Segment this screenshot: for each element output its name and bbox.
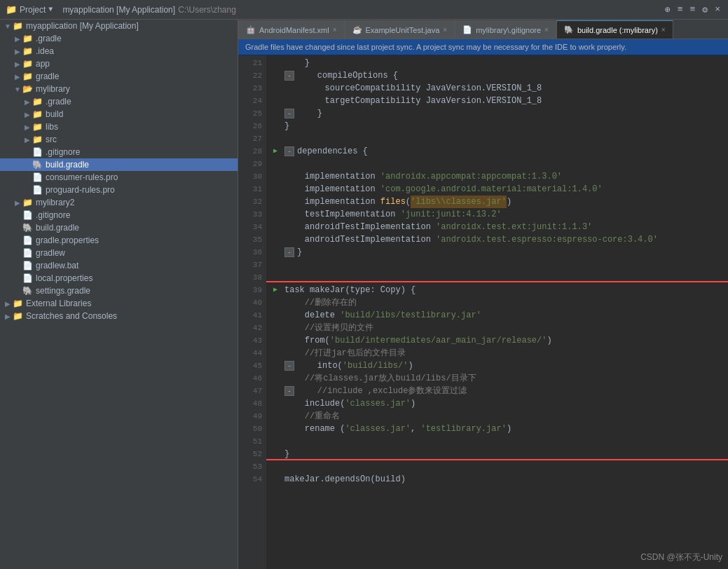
tab-build-gradle[interactable]: 🐘build.gradle (:mylibrary)× [556,20,673,39]
tree-label-gradle: gradle [36,71,59,81]
sidebar-item-mylibrary-src[interactable]: ▶ 📁 src [0,133,238,146]
tab-label: ExampleUnitTest.java [366,26,440,34]
fold-btn-45[interactable]: - [284,361,294,371]
sidebar-item-build-gradle-file[interactable]: 🐘 build.gradle [0,158,238,171]
code-line-33: testImplementation 'junit:junit:4.13.2' [273,208,728,221]
token [284,322,305,334]
fold-arrow-39[interactable]: ▶ [273,284,284,296]
tree-icon-consumer-rules: 📄 [32,172,43,182]
sidebar-item-mylibrary-gradle[interactable]: ▶ 📁 .gradle [0,95,238,108]
fold-arrow-28[interactable]: ▶ [273,145,284,158]
code-line-34: androidTestImplementation 'androidx.test… [273,221,728,233]
line-num-35: 35 [238,233,262,246]
sidebar-item-proguard-rules[interactable]: 📄 proguard-rules.pro [0,184,238,196]
token: 'androidx.test.ext:junit:1.1.3' [436,221,592,233]
sidebar-item-gradlew-bat[interactable]: 📄 gradlew.bat [0,259,238,272]
code-line-52: } [273,448,728,460]
tab-example-unit-test[interactable]: ☕ExampleUnitTest.java× [345,20,455,39]
token: , [411,423,420,435]
line-num-33: 33 [238,208,262,221]
sidebar-item-gradle-properties[interactable]: 📄 gradle.properties [0,234,238,247]
token [284,372,305,385]
project-path: C:\Users\zhang [178,5,236,15]
tree-label-gradle-properties: gradle.properties [36,235,99,245]
tabs-bar: 🤖AndroidManifest.xml×☕ExampleUnitTest.ja… [238,20,728,39]
tab-close[interactable]: × [333,26,337,34]
sidebar-item-myapplication[interactable]: ▼ 📁 myapplication [My Application] [0,20,238,32]
tab-close[interactable]: × [661,26,666,34]
sidebar-item-mylibrary-build[interactable]: ▶ 📁 build [0,108,238,121]
title-bar-left: 📁 Project ▼ myapplication [My Applicatio… [6,4,659,15]
token: rename ( [284,423,345,435]
tab-icon: 🤖 [246,25,256,34]
project-label[interactable]: Project [20,5,46,15]
sidebar-item-mylibrary[interactable]: ▼ 📂 mylibrary [0,83,238,95]
sidebar-item-mylibrary2[interactable]: ▶ 📁 mylibrary2 [0,196,238,209]
sidebar-item-idea[interactable]: ▶ 📁 .idea [0,45,238,57]
tree-arrow-myapplication: ▼ [3,22,13,30]
project-dropdown-icon[interactable]: ▼ [48,6,53,13]
sidebar-item-mylibrary-libs[interactable]: ▶ 📁 libs [0,121,238,133]
sidebar-item-gitignore-root[interactable]: 📄 .gitignore [0,209,238,221]
list-icon[interactable]: ≡ [675,3,685,17]
tab-icon: 🐘 [564,25,574,34]
fold-btn-28[interactable]: - [284,146,294,156]
code-editor[interactable]: 2122232425262728293031323334353637383940… [238,55,728,569]
sidebar-item-gradle-root[interactable]: ▶ 📁 .gradle [0,32,238,45]
sidebar-item-consumer-rules[interactable]: 📄 consumer-rules.pro [0,171,238,184]
tabs-container: 🤖AndroidManifest.xml×☕ExampleUnitTest.ja… [238,20,673,39]
line-num-34: 34 [238,221,262,233]
fold-btn-47[interactable]: - [284,386,294,396]
sidebar-item-local-properties[interactable]: 📄 local.properties [0,272,238,284]
code-line-23: sourceCompatibility JavaVersion.VERSION_… [273,82,728,95]
token: from( [284,334,330,347]
token: androidTestImplementation [284,233,436,246]
tab-label: build.gradle (:mylibrary) [577,26,658,34]
tree-label-mylibrary-gitignore: .gitignore [46,147,80,157]
tree-label-consumer-rules: consumer-rules.pro [46,172,118,182]
line-num-47: 47 [238,385,262,397]
sidebar-item-gradle[interactable]: ▶ 📁 gradle [0,70,238,83]
line-numbers: 2122232425262728293031323334353637383940… [238,55,266,569]
fold-btn-36[interactable]: - [284,247,294,257]
tree-arrow-gradle: ▶ [13,73,22,81]
line-num-53: 53 [238,460,262,473]
fold-btn-22[interactable]: - [284,71,294,81]
tab-label: mylibrary\.gitignore [476,26,541,34]
tree-label-gradlew-bat: gradlew.bat [36,261,78,270]
tab-gitignore[interactable]: 📄mylibrary\.gitignore× [455,20,556,39]
code-line-48: include('classes.jar') [273,397,728,410]
token [284,410,305,423]
sidebar-item-app[interactable]: ▶ 📁 app [0,57,238,70]
sidebar-item-mylibrary-gitignore[interactable]: 📄 .gitignore [0,146,238,158]
sidebar-item-build-gradle-root[interactable]: 🐘 build.gradle [0,221,238,234]
token: } [284,57,310,69]
close-icon[interactable]: × [713,3,722,17]
code-line-22: - compileOptions { [273,69,728,82]
title-bar-icons: ⊕ ≡ ≡ ⚙ × [663,3,722,17]
settings-icon[interactable]: ⚙ [700,3,710,17]
tab-close[interactable]: × [443,26,447,34]
sidebar-item-gradlew[interactable]: 📄 gradlew [0,247,238,259]
tree-icon-app: 📁 [22,59,33,69]
sidebar-item-settings-gradle[interactable]: 🐘 settings.gradle [0,284,238,297]
tree-label-external-libraries: External Libraries [26,299,91,308]
token: //include ,exclude参数来设置过滤 [317,385,467,397]
sidebar-item-scratches[interactable]: ▶ 📁 Scratches and Consoles [0,310,238,322]
tree-icon-mylibrary-gitignore: 📄 [32,147,43,157]
tree-arrow-scratches: ▶ [3,313,13,320]
tree-arrow-app: ▶ [13,60,22,68]
code-line-31: implementation 'com.google.android.mater… [273,183,728,196]
sidebar-item-external-libraries[interactable]: ▶ 📁 External Libraries [0,297,238,310]
code-content[interactable]: }- compileOptions { sourceCompatibility … [266,55,728,569]
token: 'classes.jar' [345,423,411,435]
tree-icon-gradlew-bat: 📄 [22,261,33,270]
tab-android-manifest[interactable]: 🤖AndroidManifest.xml× [238,20,345,39]
code-line-35: androidTestImplementation 'androidx.test… [273,233,728,246]
list2-icon[interactable]: ≡ [688,3,698,17]
fold-btn-25[interactable]: - [284,109,294,118]
tab-close[interactable]: × [544,26,549,34]
new-icon[interactable]: ⊕ [663,3,673,17]
tree-label-proguard-rules: proguard-rules.pro [46,185,115,195]
line-num-23: 23 [238,82,262,95]
